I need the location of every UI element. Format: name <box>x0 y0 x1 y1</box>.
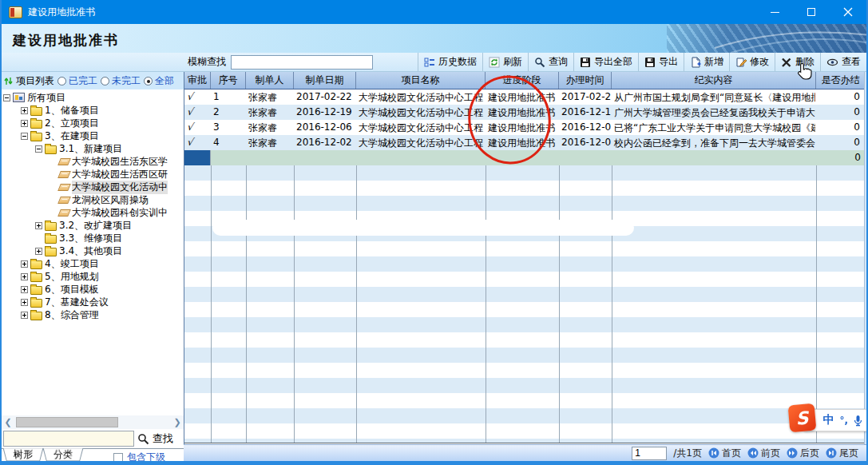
fuzzy-search-input[interactable] <box>231 55 373 70</box>
column-header[interactable]: 制单日期 <box>294 72 356 89</box>
table-row[interactable]: √3张家睿2016-12-06大学城校园文化活动中心工程建设用地批准书2016-… <box>184 120 865 135</box>
tree-item-label[interactable]: 5、用地规划 <box>45 270 99 284</box>
tree-item[interactable]: 大学城校园生活西区研 <box>2 168 184 181</box>
scroll-right-icon[interactable]: ❯ <box>171 415 184 429</box>
close-button[interactable] <box>830 0 866 24</box>
tab-tree[interactable]: 树形 <box>3 448 44 461</box>
table-row[interactable]: √1张家睿2017-02-22大学城校园文化活动中心工程建设用地批准书2017-… <box>184 89 865 105</box>
tree-item-label[interactable]: 8、综合管理 <box>45 308 99 322</box>
tree-item[interactable]: 8、综合管理 <box>2 308 184 321</box>
find-icon[interactable] <box>137 433 149 445</box>
tree-item-label[interactable]: 大学城校园生活东区学 <box>72 155 168 169</box>
first-page-button[interactable]: 首页 <box>708 447 741 460</box>
expand-icon[interactable] <box>21 312 28 319</box>
export-all-button[interactable]: 导出全部 <box>573 53 638 71</box>
tree-item-label[interactable]: 所有项目 <box>27 91 65 105</box>
selected-empty-row[interactable]: 0 <box>184 150 865 165</box>
export-button[interactable]: 导出 <box>638 53 684 71</box>
expand-icon[interactable] <box>35 248 42 255</box>
last-page-button[interactable]: 尾页 <box>826 447 858 460</box>
tree-item[interactable]: 5、用地规划 <box>2 270 184 283</box>
collapse-icon[interactable] <box>35 145 42 153</box>
ime-language-toggle[interactable]: 中 <box>822 413 834 427</box>
tree-item-selected[interactable]: 大学城校园文化活动中 <box>2 181 184 193</box>
tree-item-label[interactable]: 4、竣工项目 <box>45 257 99 271</box>
table-row[interactable]: √4张家睿2016-12-02大学城校园文化活动中心工程建设用地批准书2016-… <box>184 135 865 150</box>
column-header[interactable]: 项目名称 <box>356 72 486 89</box>
minimize-button[interactable] <box>756 0 793 24</box>
query-button[interactable]: 查询 <box>528 53 573 71</box>
tree-item[interactable]: 7、基建处会议 <box>2 296 184 308</box>
tree-item-label[interactable]: 2、立项项目 <box>45 117 99 130</box>
tree-item[interactable]: 6、项目模板 <box>2 283 184 296</box>
tree-item-label[interactable]: 3.2、改扩建项目 <box>59 219 132 232</box>
tree-item[interactable]: 1、储备项目 <box>2 104 184 117</box>
tree-item-label[interactable]: 3.3、维修项目 <box>59 232 122 245</box>
scrollbar-thumb[interactable] <box>16 417 118 427</box>
column-header[interactable]: 制单人 <box>246 72 294 89</box>
tree-item-label[interactable]: 3.4、其他项目 <box>59 244 122 258</box>
expand-icon[interactable] <box>21 273 28 280</box>
tree-item[interactable]: 2、立项项目 <box>2 117 184 129</box>
tree-item[interactable]: 3.2、改扩建项目 <box>2 219 184 232</box>
prev-page-button[interactable]: 前页 <box>747 447 780 460</box>
delete-button[interactable]: 删除 <box>775 53 820 71</box>
find-label[interactable]: 查找 <box>153 431 173 446</box>
tree-horizontal-scrollbar[interactable]: ❮ ❯ <box>2 415 184 429</box>
tree-item[interactable]: 大学城校园生活东区学 <box>2 155 184 168</box>
modify-button[interactable]: 修改 <box>729 53 775 71</box>
next-page-button[interactable]: 后页 <box>787 447 819 460</box>
tree-item-label[interactable]: 大学城校园科创实训中 <box>72 206 168 220</box>
column-header[interactable]: 纪实内容 <box>612 72 816 89</box>
column-header[interactable]: 是否办结 <box>816 72 865 89</box>
microphone-icon[interactable] <box>854 415 862 427</box>
tree-item[interactable]: 3.1、新建项目 <box>2 142 184 155</box>
radio-all[interactable]: 全部 <box>144 74 174 88</box>
table-row[interactable]: √2张家睿2016-12-19大学城校园文化活动中心工程建设用地批准书2016-… <box>184 105 865 120</box>
tree-item[interactable]: 3.3、维修项目 <box>2 232 184 244</box>
expand-icon[interactable] <box>35 222 42 229</box>
tree-item[interactable]: 大学城校园科创实训中 <box>2 206 184 219</box>
view-button[interactable]: 查看 <box>820 53 866 71</box>
tree-item-label[interactable]: 3.1、新建项目 <box>59 142 122 156</box>
tree-item-label[interactable]: 7、基建处会议 <box>45 296 109 309</box>
tree-item-label[interactable]: 3、在建项目 <box>45 129 99 143</box>
column-header[interactable]: 进度阶段 <box>486 72 559 89</box>
ime-punctuation-toggle[interactable]: °, <box>839 415 848 426</box>
page-number-input[interactable] <box>632 447 667 460</box>
tree-item[interactable]: 龙洞校区风雨操场 <box>2 193 184 206</box>
sync-arrows-icon[interactable] <box>4 76 13 86</box>
tree-item[interactable]: 3、在建项目 <box>2 129 184 142</box>
scroll-left-icon[interactable]: ❮ <box>2 415 14 429</box>
refresh-button[interactable]: 刷新 <box>482 53 528 71</box>
tree-item-label[interactable]: 6、项目模板 <box>45 283 99 296</box>
add-button[interactable]: 新增 <box>684 53 729 71</box>
expand-icon[interactable] <box>21 286 28 293</box>
tree-item-label[interactable]: 1、储备项目 <box>45 104 99 117</box>
expand-icon[interactable] <box>21 260 28 268</box>
table-vertical-scrollbar[interactable] <box>864 72 868 444</box>
tree-item-label[interactable]: 龙洞校区风雨操场 <box>72 193 149 207</box>
column-header[interactable]: 办理时间 <box>559 72 612 89</box>
expand-icon[interactable] <box>21 107 28 114</box>
radio-uncompleted[interactable]: 未完工 <box>101 74 141 88</box>
tree-item[interactable]: 4、竣工项目 <box>2 257 184 270</box>
history-data-button[interactable]: 历史数据 <box>418 53 482 71</box>
radio-label: 未完工 <box>112 74 141 88</box>
tab-category[interactable]: 分类 <box>43 448 84 461</box>
expand-icon[interactable] <box>21 120 28 127</box>
tree-item-label[interactable]: 大学城校园生活西区研 <box>72 168 168 181</box>
collapse-icon[interactable] <box>3 94 10 101</box>
maximize-button[interactable] <box>793 0 830 24</box>
column-header[interactable]: 审批 <box>184 72 211 89</box>
tree-item[interactable]: 3.4、其他项目 <box>2 244 184 257</box>
column-header[interactable]: 序号 <box>211 72 246 89</box>
tree-find-input[interactable] <box>3 431 134 447</box>
tree-item-root[interactable]: 所有项目 <box>2 91 184 104</box>
expand-icon[interactable] <box>21 299 28 306</box>
tree-item-label[interactable]: 大学城校园文化活动中 <box>72 181 168 194</box>
sogou-logo[interactable]: S <box>788 403 817 433</box>
collapse-icon[interactable] <box>21 133 28 140</box>
radio-completed[interactable]: 已完工 <box>57 74 97 88</box>
selected-cell[interactable] <box>184 150 211 165</box>
